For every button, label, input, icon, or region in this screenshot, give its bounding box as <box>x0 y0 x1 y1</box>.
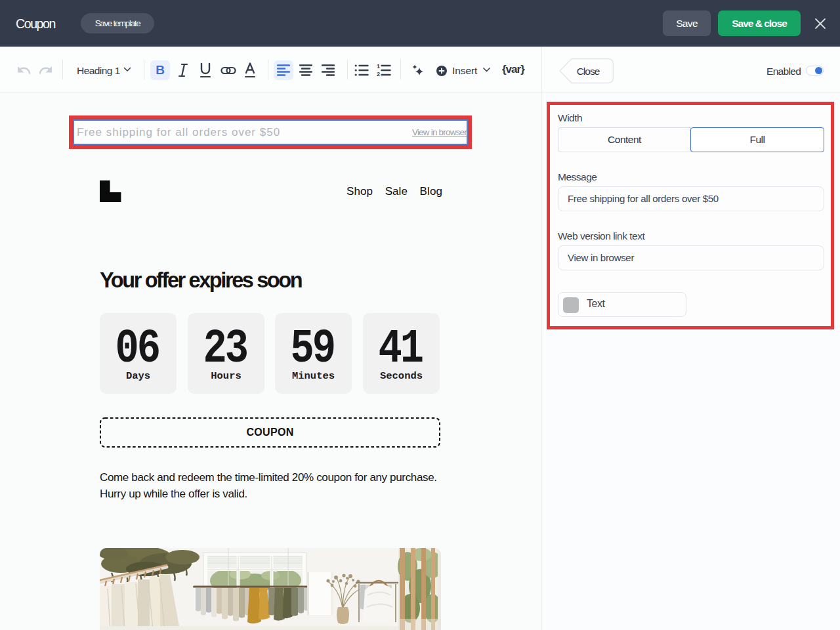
svg-text:2: 2 <box>377 71 380 77</box>
svg-text:1: 1 <box>377 64 380 70</box>
svg-text:Close: Close <box>577 66 600 77</box>
